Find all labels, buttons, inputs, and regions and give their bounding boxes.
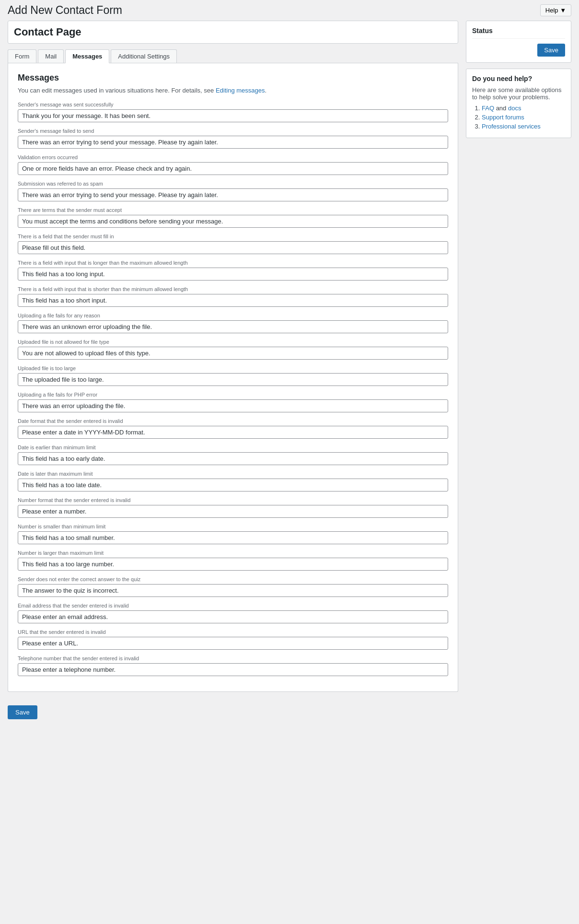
field-input-4[interactable] bbox=[18, 215, 448, 228]
help-panel: Do you need help? Here are some availabl… bbox=[466, 69, 571, 138]
field-group-7: There is a field with input that is shor… bbox=[18, 286, 448, 307]
field-label-10: Uploaded file is too large bbox=[18, 365, 448, 371]
field-label-9: Uploaded file is not allowed for file ty… bbox=[18, 339, 448, 345]
tab-additional-settings[interactable]: Additional Settings bbox=[111, 49, 177, 63]
field-group-15: Number format that the sender entered is… bbox=[18, 497, 448, 518]
right-column: Status Save Do you need help? Here are s… bbox=[466, 21, 571, 692]
docs-link[interactable]: docs bbox=[508, 105, 521, 112]
editing-messages-link[interactable]: Editing messages bbox=[216, 87, 265, 94]
field-input-8[interactable] bbox=[18, 320, 448, 333]
messages-section-title: Messages bbox=[18, 73, 448, 83]
help-panel-title: Do you need help? bbox=[472, 75, 565, 82]
tab-messages[interactable]: Messages bbox=[65, 49, 109, 63]
field-group-16: Number is smaller than minimum limit bbox=[18, 524, 448, 544]
field-label-5: There is a field that the sender must fi… bbox=[18, 234, 448, 239]
page-title: Add New Contact Form bbox=[8, 4, 122, 17]
field-group-2: Validation errors occurred bbox=[18, 154, 448, 175]
field-label-18: Sender does not enter the correct answer… bbox=[18, 576, 448, 582]
field-input-2[interactable] bbox=[18, 162, 448, 175]
field-label-13: Date is earlier than minimum limit bbox=[18, 444, 448, 450]
help-button[interactable]: Help ▼ bbox=[540, 4, 571, 16]
field-input-5[interactable] bbox=[18, 241, 448, 254]
field-label-0: Sender's message was sent successfully bbox=[18, 102, 448, 107]
field-label-11: Uploading a file fails for PHP error bbox=[18, 392, 448, 398]
field-input-16[interactable] bbox=[18, 531, 448, 544]
field-input-15[interactable] bbox=[18, 505, 448, 518]
field-input-18[interactable] bbox=[18, 584, 448, 597]
field-group-8: Uploading a file fails for any reason bbox=[18, 313, 448, 333]
field-group-14: Date is later than maximum limit bbox=[18, 471, 448, 491]
field-label-16: Number is smaller than minimum limit bbox=[18, 524, 448, 529]
help-link-item-3: Professional services bbox=[482, 123, 565, 130]
top-bar: Add New Contact Form Help ▼ bbox=[0, 0, 579, 21]
field-input-1[interactable] bbox=[18, 136, 448, 149]
field-group-21: Telephone number that the sender entered… bbox=[18, 655, 448, 676]
field-input-11[interactable] bbox=[18, 399, 448, 412]
field-input-14[interactable] bbox=[18, 479, 448, 491]
messages-section-desc: You can edit messages used in various si… bbox=[18, 87, 448, 94]
faq-link[interactable]: FAQ bbox=[482, 105, 494, 112]
save-button-bottom[interactable]: Save bbox=[8, 705, 37, 719]
field-label-19: Email address that the sender entered is… bbox=[18, 603, 448, 608]
field-input-6[interactable] bbox=[18, 268, 448, 281]
field-input-9[interactable] bbox=[18, 347, 448, 360]
help-panel-desc: Here are some available options to help … bbox=[472, 86, 565, 101]
help-link-item-1: FAQ and docs bbox=[482, 105, 565, 112]
field-group-0: Sender's message was sent successfully bbox=[18, 102, 448, 122]
field-label-7: There is a field with input that is shor… bbox=[18, 286, 448, 292]
form-title-box bbox=[8, 21, 458, 44]
field-group-13: Date is earlier than minimum limit bbox=[18, 444, 448, 465]
field-group-5: There is a field that the sender must fi… bbox=[18, 234, 448, 254]
field-group-1: Sender's message failed to send bbox=[18, 128, 448, 149]
field-label-20: URL that the sender entered is invalid bbox=[18, 629, 448, 635]
professional-services-link[interactable]: Professional services bbox=[482, 123, 541, 130]
help-links-list: FAQ and docs Support forums Professional… bbox=[472, 105, 565, 130]
field-label-6: There is a field with input that is long… bbox=[18, 260, 448, 266]
field-input-21[interactable] bbox=[18, 663, 448, 676]
tab-mail[interactable]: Mail bbox=[38, 49, 64, 63]
field-group-11: Uploading a file fails for PHP error bbox=[18, 392, 448, 412]
save-button-top[interactable]: Save bbox=[537, 44, 565, 57]
field-input-0[interactable] bbox=[18, 109, 448, 122]
status-panel: Status Save bbox=[466, 21, 571, 63]
bottom-save-bar: Save bbox=[0, 700, 579, 725]
field-input-10[interactable] bbox=[18, 373, 448, 386]
field-label-12: Date format that the sender entered is i… bbox=[18, 418, 448, 424]
field-group-17: Number is larger than maximum limit bbox=[18, 550, 448, 571]
field-label-8: Uploading a file fails for any reason bbox=[18, 313, 448, 318]
support-forums-link[interactable]: Support forums bbox=[482, 114, 524, 121]
field-input-13[interactable] bbox=[18, 452, 448, 465]
status-panel-title: Status bbox=[472, 27, 565, 39]
help-link-item-2: Support forums bbox=[482, 114, 565, 121]
field-input-3[interactable] bbox=[18, 188, 448, 201]
field-label-4: There are terms that the sender must acc… bbox=[18, 207, 448, 213]
field-label-14: Date is later than maximum limit bbox=[18, 471, 448, 477]
tab-form[interactable]: Form bbox=[8, 49, 36, 63]
field-group-9: Uploaded file is not allowed for file ty… bbox=[18, 339, 448, 360]
messages-panel: Messages You can edit messages used in v… bbox=[8, 63, 458, 692]
field-group-3: Submission was referred to as spam bbox=[18, 181, 448, 201]
fields-container: Sender's message was sent successfullySe… bbox=[18, 102, 448, 676]
field-input-19[interactable] bbox=[18, 610, 448, 623]
form-title-input[interactable] bbox=[14, 26, 452, 38]
field-label-1: Sender's message failed to send bbox=[18, 128, 448, 134]
field-input-7[interactable] bbox=[18, 294, 448, 307]
field-input-12[interactable] bbox=[18, 426, 448, 439]
field-label-17: Number is larger than maximum limit bbox=[18, 550, 448, 556]
field-input-17[interactable] bbox=[18, 558, 448, 571]
field-label-15: Number format that the sender entered is… bbox=[18, 497, 448, 503]
field-group-20: URL that the sender entered is invalid bbox=[18, 629, 448, 650]
field-label-3: Submission was referred to as spam bbox=[18, 181, 448, 187]
field-group-12: Date format that the sender entered is i… bbox=[18, 418, 448, 439]
field-label-2: Validation errors occurred bbox=[18, 154, 448, 160]
tabs-bar: Form Mail Messages Additional Settings bbox=[8, 49, 458, 63]
field-group-4: There are terms that the sender must acc… bbox=[18, 207, 448, 228]
field-group-6: There is a field with input that is long… bbox=[18, 260, 448, 281]
field-group-19: Email address that the sender entered is… bbox=[18, 603, 448, 623]
left-column: Form Mail Messages Additional Settings M… bbox=[8, 21, 458, 692]
field-group-18: Sender does not enter the correct answer… bbox=[18, 576, 448, 597]
field-group-10: Uploaded file is too large bbox=[18, 365, 448, 386]
field-input-20[interactable] bbox=[18, 637, 448, 650]
field-label-21: Telephone number that the sender entered… bbox=[18, 655, 448, 661]
